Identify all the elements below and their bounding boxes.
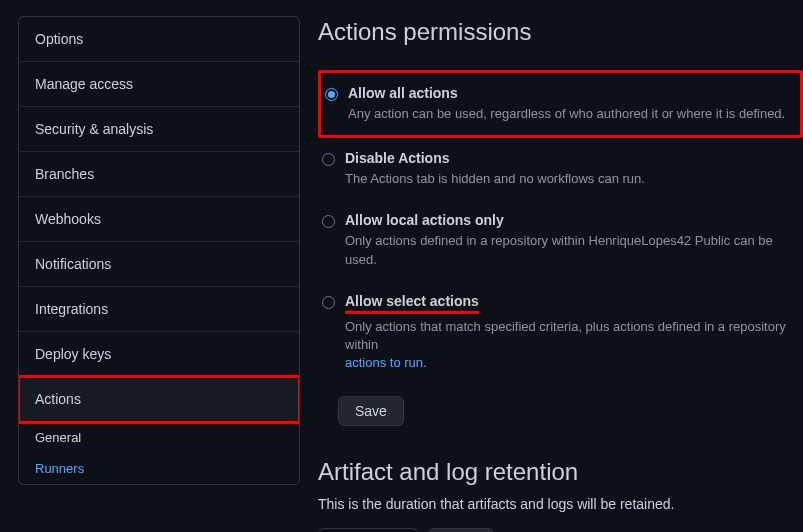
- radio-local-only-label: Allow local actions only: [345, 212, 791, 228]
- permissions-heading: Actions permissions: [318, 18, 803, 46]
- sidebar-item-manage-access[interactable]: Manage access: [19, 62, 299, 107]
- sidebar-menu: Options Manage access Security & analysi…: [18, 16, 300, 485]
- sidebar-subitem-general[interactable]: General: [19, 422, 299, 453]
- sidebar-subitem-runners[interactable]: Runners: [19, 453, 299, 484]
- radio-select-actions-input[interactable]: [322, 296, 335, 309]
- radio-local-only[interactable]: Allow local actions only Only actions de…: [318, 200, 803, 280]
- radio-allow-all-input[interactable]: [325, 88, 338, 101]
- sidebar-item-branches[interactable]: Branches: [19, 152, 299, 197]
- main-content: Actions permissions Allow all actions An…: [300, 0, 803, 532]
- radio-allow-all[interactable]: Allow all actions Any action can be used…: [318, 70, 803, 138]
- sidebar-item-webhooks[interactable]: Webhooks: [19, 197, 299, 242]
- sidebar-item-notifications[interactable]: Notifications: [19, 242, 299, 287]
- sidebar-item-deploy-keys[interactable]: Deploy keys: [19, 332, 299, 377]
- sidebar-item-actions[interactable]: Actions: [19, 377, 299, 422]
- retention-days-wrapper: days: [318, 528, 418, 532]
- save-retention-button[interactable]: Save: [428, 528, 494, 532]
- radio-select-actions-desc: Only actions that match specified criter…: [345, 318, 791, 373]
- retention-desc: This is the duration that artifacts and …: [318, 496, 803, 512]
- radio-select-desc-link[interactable]: actions to run.: [345, 355, 427, 370]
- settings-sidebar: Options Manage access Security & analysi…: [0, 0, 300, 532]
- retention-heading: Artifact and log retention: [318, 458, 803, 486]
- sidebar-item-security-analysis[interactable]: Security & analysis: [19, 107, 299, 152]
- radio-local-only-desc: Only actions defined in a repository wit…: [345, 232, 791, 268]
- radio-select-desc-text: Only actions that match specified criter…: [345, 319, 786, 352]
- radio-disable-desc: The Actions tab is hidden and no workflo…: [345, 170, 645, 188]
- radio-select-actions-label: Allow select actions: [345, 293, 479, 314]
- sidebar-item-options[interactable]: Options: [19, 17, 299, 62]
- permissions-radio-group: Allow all actions Any action can be used…: [318, 70, 803, 384]
- radio-disable-input[interactable]: [322, 153, 335, 166]
- retention-row: days Save: [318, 528, 803, 532]
- radio-allow-all-label: Allow all actions: [348, 85, 785, 101]
- radio-local-only-input[interactable]: [322, 215, 335, 228]
- radio-select-actions[interactable]: Allow select actions Only actions that m…: [318, 281, 803, 385]
- radio-disable[interactable]: Disable Actions The Actions tab is hidde…: [318, 138, 803, 200]
- sidebar-item-integrations[interactable]: Integrations: [19, 287, 299, 332]
- radio-disable-label: Disable Actions: [345, 150, 645, 166]
- radio-allow-all-desc: Any action can be used, regardless of wh…: [348, 105, 785, 123]
- save-permissions-button[interactable]: Save: [338, 396, 404, 426]
